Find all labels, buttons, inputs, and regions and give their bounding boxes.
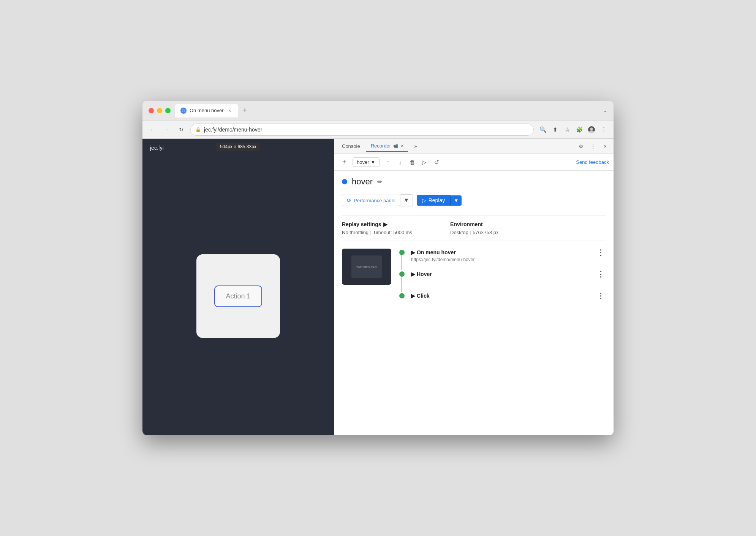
action-card: Action 1 [196, 254, 280, 338]
throttling-value: No throttling [342, 230, 369, 235]
perf-panel-icon: ⟳ [347, 197, 351, 203]
forward-button[interactable]: → [161, 124, 172, 135]
tab-title: On menu hover [190, 108, 224, 113]
event-header-0[interactable]: ▶ On menu hover ⋮ [411, 249, 606, 256]
tab-recorder[interactable]: Recorder 📹 × [366, 141, 408, 152]
replay-settings-details: No throttling | Timeout: 5000 ms [342, 230, 412, 235]
event-timeline-2 [397, 292, 406, 298]
window-controls: ⌄ [603, 108, 607, 113]
event-more-button-2[interactable]: ⋮ [595, 292, 606, 300]
action-button[interactable]: Action 1 [214, 285, 262, 307]
event-item-1: ▶ Hover ⋮ [397, 270, 606, 292]
recorder-action-icons: ↑ ↓ 🗑 ▷ ↺ [383, 157, 442, 168]
replay-label: Replay [429, 197, 445, 203]
environment-header: Environment [450, 221, 498, 227]
event-dot-1 [399, 271, 405, 277]
perf-panel-label: Performance panel [354, 198, 395, 203]
event-url-0: https://jec.fyi/demo/menu-hover [411, 257, 606, 262]
lock-icon: 🔒 [195, 127, 201, 132]
minimize-traffic-light[interactable] [157, 108, 162, 113]
settings-divider: | [370, 230, 371, 235]
edit-title-icon[interactable]: ✏ [377, 178, 382, 186]
devtools-more-icon[interactable]: ⋮ [588, 141, 598, 152]
dropdown-chevron-icon: ▼ [371, 159, 376, 165]
recorder-tab-close[interactable]: × [401, 143, 403, 149]
environment-label: Environment [450, 221, 483, 227]
event-header-1[interactable]: ▶ Hover ⋮ [411, 270, 606, 278]
tab-close-button[interactable]: × [227, 108, 233, 114]
event-line-1 [402, 277, 402, 292]
event-item-2: ▶ Click ⋮ [397, 292, 606, 304]
site-name: jec.fyi [150, 145, 164, 151]
play-icon[interactable]: ▷ [419, 157, 430, 168]
event-content-1: ▶ Hover ⋮ [406, 270, 606, 282]
event-more-button-0[interactable]: ⋮ [595, 249, 606, 256]
search-icon[interactable]: 🔍 [538, 124, 548, 135]
event-expand-icon-0: ▶ [411, 249, 415, 255]
recorder-title: hover [352, 177, 373, 187]
send-feedback-link[interactable]: Send feedback [576, 159, 609, 165]
address-bar[interactable]: 🔒 jec.fyi/demo/menu-hover [190, 124, 534, 136]
delete-icon[interactable]: 🗑 [407, 157, 418, 168]
page-content: Action 1 [142, 157, 334, 435]
recording-selector[interactable]: hover ▼ [353, 157, 380, 167]
devtools-tab-bar: Console Recorder 📹 × » ⚙ ⋮ × [334, 139, 614, 154]
extensions-icon[interactable]: 🧩 [574, 124, 585, 135]
tab-bar: ⬡ On menu hover × + [175, 104, 599, 117]
event-more-button-1[interactable]: ⋮ [595, 270, 606, 278]
recording-name: hover [357, 159, 369, 165]
active-tab[interactable]: ⬡ On menu hover × [175, 104, 238, 117]
replay-button[interactable]: ▷ Replay [417, 195, 451, 206]
event-dot-2 [399, 293, 405, 298]
event-line-0 [402, 255, 402, 270]
tab-more[interactable]: » [410, 141, 421, 152]
env-divider: | [470, 230, 471, 235]
tab-favicon: ⬡ [180, 108, 187, 114]
replay-dropdown-button[interactable]: ▼ [450, 195, 462, 206]
menu-icon[interactable]: ⋮ [598, 124, 609, 135]
recorder-toolbar: + hover ▼ ↑ ↓ 🗑 ▷ ↺ Send feedback [334, 154, 614, 171]
thumb-text: hover demo jec.fyi [356, 265, 378, 268]
environment-details: Desktop | 576×753 px [450, 230, 498, 235]
recorder-title-row: hover ✏ [342, 177, 606, 187]
replay-menu-icon[interactable]: ↺ [431, 157, 442, 168]
perf-panel-dropdown-button[interactable]: ▼ [400, 194, 413, 206]
performance-panel-button[interactable]: ⟳ Performance panel [342, 195, 400, 206]
resolution-value: 576×753 px [473, 230, 498, 235]
event-item-0: ▶ On menu hover ⋮ https://jec.fyi/demo/m… [397, 249, 606, 270]
devtools-settings-icon[interactable]: ⚙ [576, 141, 586, 152]
reload-button[interactable]: ↻ [176, 124, 187, 135]
svg-point-1 [590, 127, 593, 130]
tab-console[interactable]: Console [337, 141, 365, 152]
recorder-content: hover ✏ ⟳ Performance panel ▼ ▷ [334, 171, 614, 435]
new-tab-button[interactable]: + [240, 105, 250, 116]
title-bar: ⬡ On menu hover × + ⌄ [142, 101, 614, 121]
download-icon[interactable]: ↓ [395, 157, 405, 168]
event-expand-icon-2: ▶ [411, 293, 415, 299]
action-buttons-row: ⟳ Performance panel ▼ ▷ Replay ▼ [342, 194, 606, 206]
devtools-close-icon[interactable]: × [600, 141, 610, 152]
add-recording-button[interactable]: + [339, 157, 350, 168]
share-icon[interactable]: ⬆ [550, 124, 560, 135]
event-timeline-1 [397, 270, 406, 292]
maximize-traffic-light[interactable] [165, 108, 171, 113]
profile-icon[interactable] [586, 124, 597, 135]
close-traffic-light[interactable] [149, 108, 154, 113]
replay-settings-header[interactable]: Replay settings ▶ [342, 221, 412, 227]
event-dot-0 [399, 250, 405, 255]
event-title-0: On menu hover [417, 249, 456, 255]
console-tab-label: Console [342, 143, 360, 149]
replay-settings-col: Replay settings ▶ No throttling | Timeou… [342, 221, 412, 235]
event-content-2: ▶ Click ⋮ [406, 292, 606, 304]
replay-settings-label: Replay settings [342, 221, 381, 227]
upload-icon[interactable]: ↑ [383, 157, 393, 168]
environment-col: Environment Desktop | 576×753 px [450, 221, 498, 235]
bookmark-icon[interactable]: ☆ [562, 124, 573, 135]
back-button[interactable]: ← [147, 124, 158, 135]
timeout-value: Timeout: 5000 ms [373, 230, 412, 235]
size-tooltip: 504px × 685.33px [216, 143, 260, 151]
nav-icons: 🔍 ⬆ ☆ 🧩 ⋮ [538, 124, 609, 135]
browser-window: ⬡ On menu hover × + ⌄ ← → ↻ 🔒 jec.fyi/de… [142, 101, 614, 435]
event-header-2[interactable]: ▶ Click ⋮ [411, 292, 606, 300]
url-text: jec.fyi/demo/menu-hover [204, 127, 262, 133]
